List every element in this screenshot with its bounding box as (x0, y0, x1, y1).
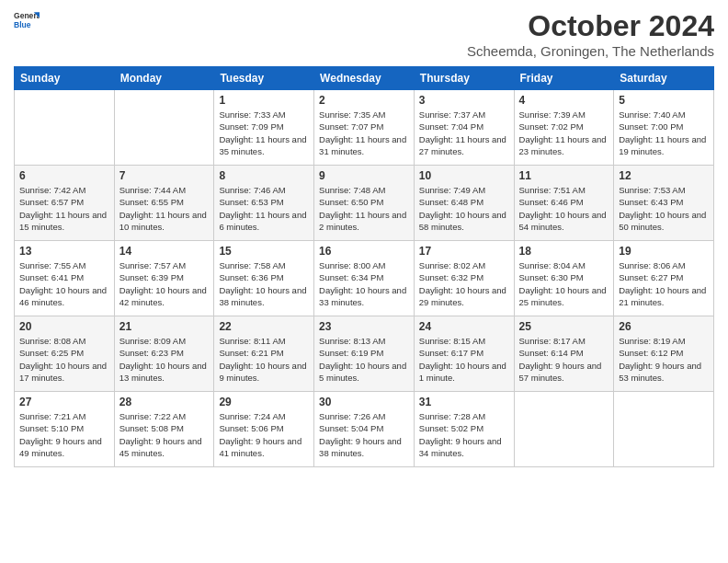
calendar-week-row: 6Sunrise: 7:42 AMSunset: 6:57 PMDaylight… (15, 166, 714, 241)
calendar-cell: 4Sunrise: 7:39 AMSunset: 7:02 PMDaylight… (514, 90, 614, 166)
day-number: 3 (419, 94, 509, 107)
calendar-cell: 25Sunrise: 8:17 AMSunset: 6:14 PMDayligh… (514, 316, 614, 392)
logo: General Blue (14, 9, 40, 29)
day-info: Sunrise: 7:39 AMSunset: 7:02 PMDaylight:… (519, 109, 609, 157)
day-number: 7 (119, 169, 210, 182)
day-number: 28 (119, 396, 210, 408)
day-info: Sunrise: 7:57 AMSunset: 6:39 PMDaylight:… (119, 259, 210, 308)
day-number: 9 (319, 169, 409, 182)
calendar-cell: 8Sunrise: 7:46 AMSunset: 6:53 PMDaylight… (214, 166, 314, 241)
calendar-cell: 23Sunrise: 8:13 AMSunset: 6:19 PMDayligh… (314, 316, 415, 392)
title-area: October 2024 Scheemda, Groningen, The Ne… (467, 9, 714, 59)
calendar-cell: 1Sunrise: 7:33 AMSunset: 7:09 PMDaylight… (214, 90, 314, 166)
location-subtitle: Scheemda, Groningen, The Netherlands (467, 43, 714, 59)
calendar-cell (15, 90, 115, 166)
calendar-cell: 15Sunrise: 7:58 AMSunset: 6:36 PMDayligh… (214, 241, 314, 316)
day-info: Sunrise: 7:33 AMSunset: 7:09 PMDaylight:… (219, 109, 309, 157)
day-number: 21 (119, 320, 210, 333)
day-info: Sunrise: 8:15 AMSunset: 6:17 PMDaylight:… (419, 335, 509, 384)
column-header-tuesday: Tuesday (214, 67, 314, 90)
day-number: 20 (19, 320, 109, 333)
calendar-cell: 7Sunrise: 7:44 AMSunset: 6:55 PMDaylight… (114, 166, 214, 241)
day-info: Sunrise: 7:28 AMSunset: 5:02 PMDaylight:… (419, 410, 509, 459)
day-number: 29 (219, 396, 309, 408)
calendar-cell (614, 392, 714, 467)
day-number: 19 (619, 245, 709, 258)
calendar-cell: 17Sunrise: 8:02 AMSunset: 6:32 PMDayligh… (414, 241, 514, 316)
day-info: Sunrise: 7:22 AMSunset: 5:08 PMDaylight:… (119, 410, 210, 459)
month-title: October 2024 (467, 9, 714, 43)
day-info: Sunrise: 8:13 AMSunset: 6:19 PMDaylight:… (319, 335, 409, 384)
calendar-cell: 10Sunrise: 7:49 AMSunset: 6:48 PMDayligh… (414, 166, 514, 241)
calendar-week-row: 13Sunrise: 7:55 AMSunset: 6:41 PMDayligh… (15, 241, 714, 316)
day-number: 11 (519, 169, 609, 182)
calendar-cell: 3Sunrise: 7:37 AMSunset: 7:04 PMDaylight… (414, 90, 514, 166)
day-info: Sunrise: 7:21 AMSunset: 5:10 PMDaylight:… (19, 410, 109, 459)
day-info: Sunrise: 7:24 AMSunset: 5:06 PMDaylight:… (219, 410, 309, 459)
column-header-sunday: Sunday (15, 67, 115, 90)
calendar-cell (114, 90, 214, 166)
page-header: General Blue October 2024 Scheemda, Gron… (14, 9, 714, 59)
day-info: Sunrise: 7:53 AMSunset: 6:43 PMDaylight:… (619, 184, 709, 233)
calendar-cell: 29Sunrise: 7:24 AMSunset: 5:06 PMDayligh… (214, 392, 314, 467)
calendar-cell: 27Sunrise: 7:21 AMSunset: 5:10 PMDayligh… (15, 392, 115, 467)
day-info: Sunrise: 7:35 AMSunset: 7:07 PMDaylight:… (319, 109, 409, 157)
calendar-cell: 14Sunrise: 7:57 AMSunset: 6:39 PMDayligh… (114, 241, 214, 316)
day-number: 17 (419, 245, 509, 258)
calendar-cell: 21Sunrise: 8:09 AMSunset: 6:23 PMDayligh… (114, 316, 214, 392)
day-info: Sunrise: 8:04 AMSunset: 6:30 PMDaylight:… (519, 259, 609, 308)
column-header-monday: Monday (114, 67, 214, 90)
calendar-cell: 13Sunrise: 7:55 AMSunset: 6:41 PMDayligh… (15, 241, 115, 316)
calendar-cell: 28Sunrise: 7:22 AMSunset: 5:08 PMDayligh… (114, 392, 214, 467)
day-number: 8 (219, 169, 309, 182)
day-info: Sunrise: 8:19 AMSunset: 6:12 PMDaylight:… (619, 335, 709, 384)
calendar-cell: 11Sunrise: 7:51 AMSunset: 6:46 PMDayligh… (514, 166, 614, 241)
day-number: 24 (419, 320, 509, 333)
calendar-header-row: SundayMondayTuesdayWednesdayThursdayFrid… (15, 67, 714, 90)
day-number: 26 (619, 320, 709, 333)
day-number: 1 (219, 94, 309, 107)
day-number: 31 (419, 396, 509, 408)
column-header-thursday: Thursday (414, 67, 514, 90)
day-number: 27 (19, 396, 109, 408)
day-info: Sunrise: 7:37 AMSunset: 7:04 PMDaylight:… (419, 109, 509, 157)
calendar-cell: 9Sunrise: 7:48 AMSunset: 6:50 PMDaylight… (314, 166, 415, 241)
day-info: Sunrise: 7:58 AMSunset: 6:36 PMDaylight:… (219, 259, 309, 308)
day-number: 12 (619, 169, 709, 182)
day-number: 10 (419, 169, 509, 182)
day-info: Sunrise: 8:06 AMSunset: 6:27 PMDaylight:… (619, 259, 709, 308)
logo-icon: General Blue (14, 9, 40, 29)
day-number: 22 (219, 320, 309, 333)
calendar-cell: 20Sunrise: 8:08 AMSunset: 6:25 PMDayligh… (15, 316, 115, 392)
calendar-cell: 19Sunrise: 8:06 AMSunset: 6:27 PMDayligh… (614, 241, 714, 316)
calendar-cell: 24Sunrise: 8:15 AMSunset: 6:17 PMDayligh… (414, 316, 514, 392)
day-number: 5 (619, 94, 709, 107)
calendar-week-row: 20Sunrise: 8:08 AMSunset: 6:25 PMDayligh… (15, 316, 714, 392)
day-info: Sunrise: 8:08 AMSunset: 6:25 PMDaylight:… (19, 335, 109, 384)
column-header-wednesday: Wednesday (314, 67, 415, 90)
calendar-cell: 2Sunrise: 7:35 AMSunset: 7:07 PMDaylight… (314, 90, 415, 166)
day-number: 30 (319, 396, 409, 408)
column-header-saturday: Saturday (614, 67, 714, 90)
calendar-cell: 18Sunrise: 8:04 AMSunset: 6:30 PMDayligh… (514, 241, 614, 316)
calendar-cell: 12Sunrise: 7:53 AMSunset: 6:43 PMDayligh… (614, 166, 714, 241)
calendar-cell: 31Sunrise: 7:28 AMSunset: 5:02 PMDayligh… (414, 392, 514, 467)
calendar-cell: 26Sunrise: 8:19 AMSunset: 6:12 PMDayligh… (614, 316, 714, 392)
day-number: 16 (319, 245, 409, 258)
calendar-cell: 22Sunrise: 8:11 AMSunset: 6:21 PMDayligh… (214, 316, 314, 392)
day-number: 13 (19, 245, 109, 258)
day-number: 18 (519, 245, 609, 258)
calendar-cell: 30Sunrise: 7:26 AMSunset: 5:04 PMDayligh… (314, 392, 415, 467)
calendar-cell (514, 392, 614, 467)
day-info: Sunrise: 8:17 AMSunset: 6:14 PMDaylight:… (519, 335, 609, 384)
day-info: Sunrise: 8:00 AMSunset: 6:34 PMDaylight:… (319, 259, 409, 308)
day-info: Sunrise: 7:26 AMSunset: 5:04 PMDaylight:… (319, 410, 409, 459)
day-info: Sunrise: 7:40 AMSunset: 7:00 PMDaylight:… (619, 109, 709, 157)
day-number: 23 (319, 320, 409, 333)
calendar-table: SundayMondayTuesdayWednesdayThursdayFrid… (14, 66, 714, 467)
day-number: 25 (519, 320, 609, 333)
day-info: Sunrise: 7:49 AMSunset: 6:48 PMDaylight:… (419, 184, 509, 233)
day-info: Sunrise: 7:42 AMSunset: 6:57 PMDaylight:… (19, 184, 109, 233)
svg-text:Blue: Blue (14, 20, 31, 29)
day-info: Sunrise: 8:02 AMSunset: 6:32 PMDaylight:… (419, 259, 509, 308)
